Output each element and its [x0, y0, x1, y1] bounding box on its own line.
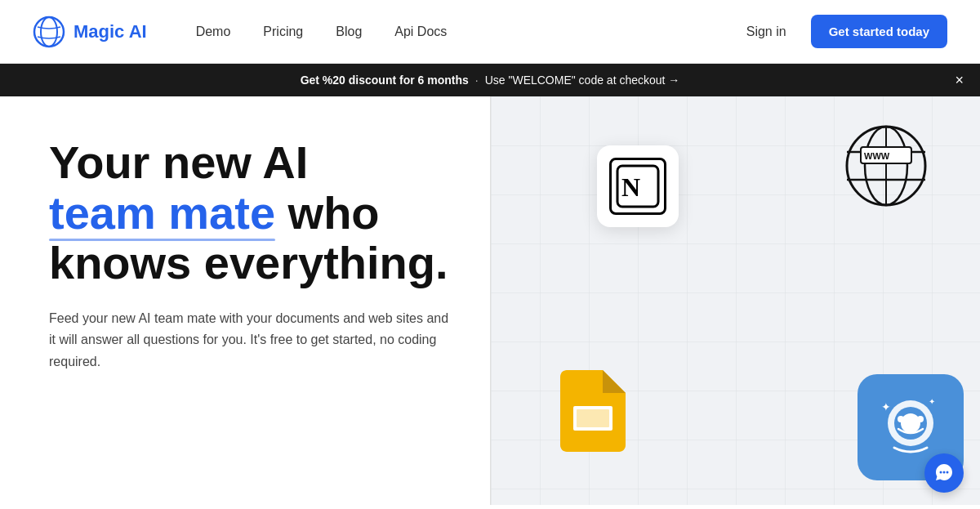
svg-point-18 [917, 416, 924, 422]
chat-icon [933, 462, 955, 484]
main-content: Your new AI team mate who knows everythi… [0, 96, 980, 505]
svg-point-22 [943, 471, 946, 474]
notion-icon: N [597, 145, 679, 227]
svg-text:WWW: WWW [864, 151, 890, 161]
hero-title: Your new AI team mate who knows everythi… [49, 137, 457, 288]
logo-text: Magic AI [74, 21, 147, 42]
nav-demo[interactable]: Demo [196, 25, 231, 39]
svg-text:✦: ✦ [929, 397, 935, 406]
svg-point-17 [898, 416, 904, 422]
announcement-banner: Get %20 discount for 6 months · Use "WEL… [0, 64, 980, 96]
banner-regular-text: Use "WELCOME" code at checkout → [485, 74, 680, 87]
navbar: Magic AI Demo Pricing Blog Api Docs Sign… [0, 0, 980, 64]
nav-links: Demo Pricing Blog Api Docs [196, 25, 746, 39]
svg-point-21 [940, 471, 942, 474]
logo[interactable]: Magic AI [33, 16, 147, 48]
www-globe-icon: WWW [841, 121, 931, 211]
notion-logo: N [609, 158, 666, 215]
svg-rect-13 [577, 409, 609, 427]
hero-title-line1: Your new AI [49, 136, 308, 188]
hero-title-highlight: team mate [49, 188, 275, 239]
get-started-button[interactable]: Get started today [811, 15, 947, 48]
hero-title-line2: who [288, 187, 380, 239]
nav-api-docs[interactable]: Api Docs [394, 25, 447, 39]
svg-point-1 [41, 17, 57, 47]
logo-icon [33, 16, 65, 48]
nav-pricing[interactable]: Pricing [263, 25, 303, 39]
hero-illustration: N WWW [490, 96, 980, 505]
svg-point-0 [34, 17, 64, 47]
hero-left: Your new AI team mate who knows everythi… [0, 96, 490, 505]
hero-title-line3: knows everything. [49, 237, 448, 288]
sign-in-link[interactable]: Sign in [746, 25, 786, 39]
nav-blog[interactable]: Blog [336, 25, 362, 39]
hero-subtitle: Feed your new AI team mate with your doc… [49, 308, 457, 373]
google-slides-icon [556, 366, 630, 456]
svg-point-23 [947, 471, 949, 474]
banner-separator: · [475, 74, 479, 87]
svg-point-16 [901, 413, 920, 433]
banner-bold-text: Get %20 discount for 6 months [301, 74, 469, 87]
nav-right: Sign in Get started today [746, 15, 947, 48]
svg-text:N: N [621, 172, 640, 202]
svg-text:✦: ✦ [881, 400, 891, 413]
chat-support-button[interactable] [924, 453, 964, 493]
banner-close-button[interactable]: × [955, 72, 964, 89]
